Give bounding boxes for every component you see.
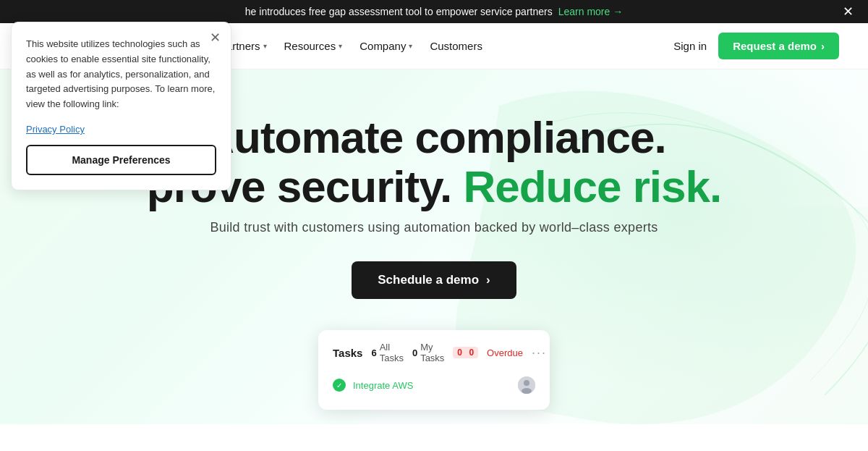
- nav-link-resources[interactable]: Resources ▾: [277, 34, 350, 58]
- nav-link-customers[interactable]: Customers: [422, 34, 490, 58]
- resources-label: Resources: [284, 40, 336, 52]
- tasks-my-count: 0 My Tasks: [412, 342, 444, 363]
- table-row: ✓ Integrate AWS: [333, 372, 535, 398]
- tasks-header: Tasks 6 All Tasks 0 My Tasks 0 0 Overdue…: [333, 342, 535, 363]
- schedule-demo-label: Schedule a demo: [378, 273, 479, 287]
- task-check-icon: ✓: [333, 379, 346, 392]
- hero-title-highlight: Reduce risk.: [463, 161, 721, 211]
- more-options-icon[interactable]: ···: [532, 345, 547, 361]
- hero-title: Automate compliance. prove security. Red…: [145, 113, 723, 211]
- demo-arrow-icon: ›: [821, 40, 825, 52]
- overdue-badge: 0 0: [453, 347, 478, 358]
- avatar-icon: [518, 376, 535, 394]
- nav-link-company[interactable]: Company ▾: [352, 34, 420, 58]
- task-name[interactable]: Integrate AWS: [353, 380, 413, 391]
- announcement-bar: he introduces free gap assessment tool t…: [0, 0, 868, 23]
- announcement-close-button[interactable]: ✕: [843, 5, 854, 18]
- schedule-demo-arrow-icon: ›: [486, 273, 490, 287]
- resources-chevron-icon: ▾: [339, 42, 342, 50]
- hero-content: Automate compliance. prove security. Red…: [145, 113, 723, 299]
- learn-more-link[interactable]: Learn more →: [558, 6, 623, 17]
- svg-point-1: [524, 380, 529, 386]
- nav-actions: Sign in Request a demo ›: [673, 33, 839, 59]
- sign-in-button[interactable]: Sign in: [673, 40, 707, 52]
- announcement-text: he introduces free gap assessment tool t…: [245, 6, 553, 17]
- partners-chevron-icon: ▾: [263, 42, 267, 50]
- svg-point-2: [522, 388, 532, 394]
- request-demo-button[interactable]: Request a demo ›: [718, 33, 839, 59]
- cookie-close-button[interactable]: ✕: [210, 31, 221, 44]
- overdue-label: Overdue: [487, 347, 523, 358]
- tasks-all-count: 6 All Tasks: [371, 342, 403, 363]
- tasks-title: Tasks: [333, 347, 362, 359]
- avatar: [518, 376, 535, 394]
- hero-title-line2: prove security. Reduce risk.: [147, 161, 721, 211]
- manage-preferences-button[interactable]: Manage Preferences: [26, 145, 216, 175]
- hero-title-line1: Automate compliance.: [202, 112, 665, 162]
- company-chevron-icon: ▾: [409, 42, 412, 50]
- privacy-policy-link[interactable]: Privacy Policy: [26, 124, 216, 135]
- hero-subtitle: Build trust with customers using automat…: [145, 220, 723, 235]
- customers-label: Customers: [430, 40, 482, 52]
- schedule-demo-button[interactable]: Schedule a demo ›: [352, 261, 516, 299]
- cookie-text: This website utilizes technologies such …: [26, 37, 216, 112]
- company-label: Company: [359, 40, 406, 52]
- tasks-preview-card: Tasks 6 All Tasks 0 My Tasks 0 0 Overdue…: [318, 330, 550, 410]
- cookie-consent-popup: ✕ This website utilizes technologies suc…: [11, 22, 231, 190]
- demo-label: Request a demo: [733, 40, 817, 52]
